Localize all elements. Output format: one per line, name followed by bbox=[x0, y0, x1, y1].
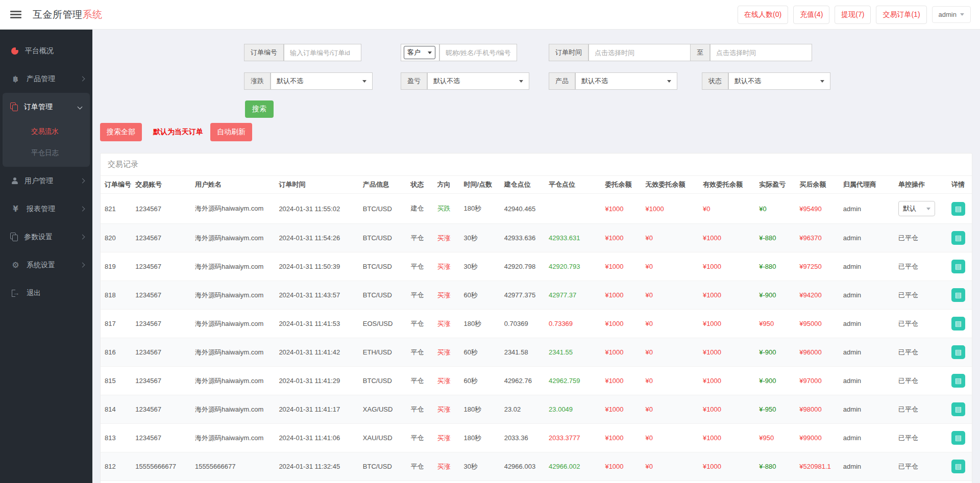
valid-entrust-cell: ¥1000 bbox=[699, 224, 755, 252]
profit-cell: ¥880 bbox=[755, 481, 795, 483]
gear-icon: ⚙ bbox=[11, 260, 20, 270]
sidebar-item-7[interactable]: →退出 bbox=[0, 279, 92, 307]
customer-select-value: 客户 bbox=[407, 48, 421, 57]
detail-cell: ▤ bbox=[947, 424, 972, 452]
user-name-cell: 海外源码haiwaiym.com bbox=[191, 338, 275, 367]
open-price-cell: 42948.515 bbox=[500, 481, 545, 483]
order-no-input[interactable] bbox=[284, 44, 361, 61]
order-id-cell: 813 bbox=[101, 424, 131, 452]
user-name-cell: 海外源码haiwaiym.com bbox=[191, 395, 275, 424]
sidebar-subitem-1[interactable]: 平仓日志 bbox=[3, 142, 90, 164]
control-cell: 已平仓 bbox=[894, 481, 947, 483]
detail-button[interactable]: ▤ bbox=[951, 231, 965, 245]
chevron-right-icon bbox=[80, 77, 85, 82]
order-id-cell: 817 bbox=[101, 310, 131, 338]
sidebar-group-orders: 订单管理交易流水平仓日志 bbox=[3, 93, 90, 167]
product-cell: BTC/USD bbox=[359, 224, 407, 252]
balance-after-cell: ¥94200 bbox=[795, 281, 839, 310]
search-button[interactable]: 搜索 bbox=[245, 100, 274, 118]
detail-button[interactable]: ▤ bbox=[951, 431, 965, 445]
hamburger-menu-icon[interactable] bbox=[10, 11, 21, 19]
row-control-select[interactable]: 默认 bbox=[898, 201, 935, 216]
sidebar-item-label: 订单管理 bbox=[24, 103, 53, 112]
direction-cell: 买涨 bbox=[433, 424, 460, 452]
profit-cell: ¥950 bbox=[755, 424, 795, 452]
table-row: 818 1234567 海外源码haiwaiym.com 2024-01-31 … bbox=[101, 281, 972, 310]
column-header: 订单编号 bbox=[101, 176, 131, 194]
sidebar-item-label: 报表管理 bbox=[27, 205, 55, 214]
sidebar-item-5[interactable]: 参数设置 bbox=[0, 223, 92, 251]
filter-select[interactable]: 默认不选 bbox=[575, 72, 677, 90]
row-control-status: 已平仓 bbox=[898, 348, 918, 356]
topbar-badge[interactable]: 在线人数(0) bbox=[738, 6, 788, 24]
topbar-badge[interactable]: 充值(4) bbox=[793, 6, 829, 24]
filter-select-value: 默认不选 bbox=[734, 77, 761, 86]
agent-cell: admin bbox=[839, 424, 894, 452]
entrust-balance-cell: ¥1000 bbox=[601, 224, 641, 252]
detail-button[interactable]: ▤ bbox=[951, 202, 965, 216]
column-header: 交易账号 bbox=[131, 176, 191, 194]
order-id-cell: 812 bbox=[101, 452, 131, 481]
actions-row: 搜索全部 默认为当天订单 自动刷新 bbox=[100, 123, 252, 141]
search-all-button[interactable]: 搜索全部 bbox=[100, 123, 142, 141]
sidebar-item-3[interactable]: 用户管理 bbox=[0, 167, 92, 195]
direction-cell: 买涨 bbox=[433, 310, 460, 338]
detail-icon: ▤ bbox=[955, 291, 962, 299]
sidebar-item-2[interactable]: 订单管理 bbox=[3, 93, 90, 121]
sidebar-item-4[interactable]: ¥报表管理 bbox=[0, 195, 92, 223]
detail-button[interactable]: ▤ bbox=[951, 460, 965, 473]
agent-cell: admin bbox=[839, 481, 894, 483]
filter-select[interactable]: 默认不选 bbox=[427, 72, 529, 90]
valid-entrust-cell: ¥1000 bbox=[699, 395, 755, 424]
detail-button[interactable]: ▤ bbox=[951, 345, 965, 359]
valid-entrust-cell: ¥1000 bbox=[699, 452, 755, 481]
order-time-cell: 2024-01-31 11:32:45 bbox=[275, 452, 358, 481]
account-cell: 1234567 bbox=[131, 424, 191, 452]
open-price-cell: 42962.76 bbox=[500, 367, 545, 395]
customer-input[interactable] bbox=[439, 44, 517, 61]
order-time-cell: 2024-01-31 11:41:06 bbox=[275, 424, 358, 452]
sidebar-item-0[interactable]: 平台概况 bbox=[0, 37, 92, 65]
detail-button[interactable]: ▤ bbox=[951, 317, 965, 331]
detail-button[interactable]: ▤ bbox=[951, 374, 965, 388]
detail-cell: ▤ bbox=[947, 481, 972, 483]
filter-select[interactable]: 默认不选 bbox=[271, 72, 373, 90]
order-id-cell: 818 bbox=[101, 281, 131, 310]
sidebar-item-6[interactable]: ⚙系统设置 bbox=[0, 251, 92, 279]
filter-select[interactable]: 默认不选 bbox=[728, 72, 830, 90]
balance-after-cell: ¥97250 bbox=[795, 252, 839, 281]
detail-button[interactable]: ▤ bbox=[951, 402, 965, 416]
product-cell: BTC/USD bbox=[359, 194, 407, 224]
time-from-input[interactable] bbox=[589, 44, 691, 61]
order-time-cell: 2024-01-31 11:54:26 bbox=[275, 224, 358, 252]
row-control-status: 已平仓 bbox=[898, 463, 918, 470]
user-menu[interactable]: admin bbox=[932, 6, 971, 23]
chevron-down-icon bbox=[362, 80, 366, 83]
sidebar-item-1[interactable]: ฿产品管理 bbox=[0, 65, 92, 93]
account-cell: 1234567 bbox=[131, 252, 191, 281]
auto-refresh-button[interactable]: 自动刷新 bbox=[210, 123, 252, 141]
profit-cell: ¥-880 bbox=[755, 252, 795, 281]
detail-cell: ▤ bbox=[947, 338, 972, 367]
logout-icon: → bbox=[11, 289, 20, 297]
time-to-input[interactable] bbox=[710, 44, 812, 61]
chevron-down-icon bbox=[428, 52, 432, 54]
direction-cell: 买涨 bbox=[433, 252, 460, 281]
order-time-cell: 2024-01-31 11:41:53 bbox=[275, 310, 358, 338]
topbar-badge[interactable]: 交易订单(1) bbox=[876, 6, 926, 24]
detail-button[interactable]: ▤ bbox=[951, 288, 965, 302]
profit-cell: ¥-950 bbox=[755, 395, 795, 424]
detail-button[interactable]: ▤ bbox=[951, 260, 965, 273]
balance-after-cell: ¥520101.1 bbox=[795, 481, 839, 483]
sidebar-item-label: 参数设置 bbox=[24, 233, 53, 242]
customer-select[interactable]: 客户 bbox=[404, 46, 435, 59]
duration-cell: 180秒 bbox=[460, 424, 500, 452]
chevron-down-icon bbox=[960, 13, 964, 16]
order-time-cell: 2024-01-31 11:41:17 bbox=[275, 395, 358, 424]
table-row: 819 1234567 海外源码haiwaiym.com 2024-01-31 … bbox=[101, 252, 972, 281]
topbar-badge[interactable]: 提现(7) bbox=[835, 6, 871, 24]
user-menu-label: admin bbox=[939, 11, 957, 18]
order-id-cell: 816 bbox=[101, 338, 131, 367]
sidebar-subitem-0[interactable]: 交易流水 bbox=[3, 121, 90, 142]
to-label: 至 bbox=[691, 44, 710, 61]
